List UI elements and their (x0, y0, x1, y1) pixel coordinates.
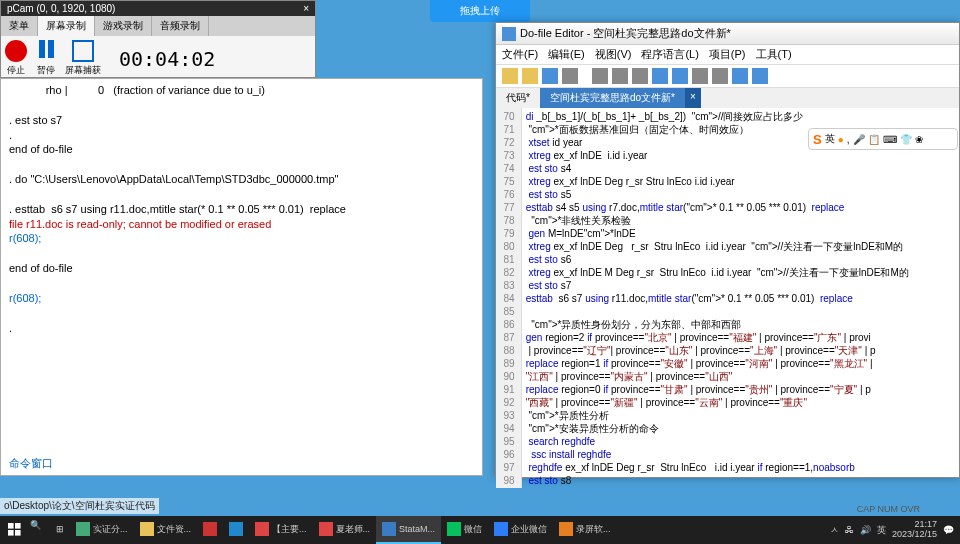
stata-results-window: rho | 0 (fraction of variance due to u_i… (0, 78, 483, 476)
pause-button[interactable]: 暂停 (35, 40, 57, 77)
sogou-logo-icon: S (813, 132, 822, 147)
run-selection-icon[interactable] (752, 68, 768, 84)
svg-rect-1 (15, 523, 21, 529)
cut-icon[interactable] (592, 68, 608, 84)
run-icon[interactable] (732, 68, 748, 84)
dofile-menubar: 文件(F) 编辑(E) 视图(V) 程序语言(L) 项目(P) 工具(T) (496, 45, 959, 65)
menu-lang[interactable]: 程序语言(L) (641, 47, 698, 62)
indent-icon[interactable] (712, 68, 728, 84)
tray-volume-icon[interactable]: 🔊 (860, 525, 871, 535)
system-tray: ㅅ 🖧 🔊 英 21:172023/12/15 💬 (824, 520, 960, 540)
pcam-window: pCam (0, 0, 1920, 1080)× 菜单 屏幕录制 游戏录制 音频… (0, 0, 316, 78)
command-window-label: 命令窗口 (9, 456, 53, 471)
tab-code[interactable]: 代码* (496, 88, 540, 108)
pcam-titlebar[interactable]: pCam (0, 0, 1920, 1080)× (1, 1, 315, 16)
menu-tools[interactable]: 工具(T) (756, 47, 792, 62)
dofile-editor-window: Do-file Editor - 空间杜宾完整思路do文件新* 文件(F) 编辑… (495, 22, 960, 478)
pcam-tabs: 菜单 屏幕录制 游戏录制 音频录制 (1, 16, 315, 36)
pause-icon (35, 40, 57, 62)
stop-button[interactable]: 停止 (5, 40, 27, 77)
taskbar-item[interactable]: 微信 (441, 516, 488, 544)
bookmark-icon[interactable] (692, 68, 708, 84)
capture-button[interactable]: 屏幕捕获 (65, 40, 101, 77)
search-icon[interactable]: 🔍 (30, 520, 50, 540)
taskbar-item[interactable]: 【主要... (249, 516, 313, 544)
taskbar-item[interactable]: 实证分... (70, 516, 134, 544)
svg-rect-2 (8, 530, 14, 536)
taskbar-item[interactable]: 企业微信 (488, 516, 553, 544)
print-icon[interactable] (562, 68, 578, 84)
undo-icon[interactable] (652, 68, 668, 84)
tab-audio-record[interactable]: 音频录制 (152, 16, 209, 36)
tab-menu[interactable]: 菜单 (1, 16, 38, 36)
dofile-icon (502, 27, 516, 41)
tab-screen-record[interactable]: 屏幕录制 (38, 16, 95, 36)
close-icon[interactable]: × (303, 3, 309, 14)
taskbar-item[interactable]: 文件资... (134, 516, 198, 544)
dofile-code-area[interactable]: 7071727374757677787980818283848586878889… (496, 108, 959, 488)
taskbar-item[interactable] (197, 516, 223, 544)
taskbar-item[interactable]: 夏老师... (313, 516, 377, 544)
new-icon[interactable] (502, 68, 518, 84)
menu-edit[interactable]: 编辑(E) (548, 47, 585, 62)
open-icon[interactable] (522, 68, 538, 84)
taskbar-item[interactable]: 录屏软... (553, 516, 617, 544)
tray-expand-icon[interactable]: ㅅ (830, 524, 839, 537)
tab-close-icon[interactable]: × (685, 88, 701, 108)
save-icon[interactable] (542, 68, 558, 84)
timer-display: 00:04:02 (119, 47, 215, 71)
copy-icon[interactable] (612, 68, 628, 84)
taskbar-clock[interactable]: 21:172023/12/15 (892, 520, 937, 540)
desktop-path-label: o\Desktop\论文\空间杜宾实证代码 (0, 498, 159, 514)
notification-icon[interactable]: 💬 (943, 525, 954, 535)
dofile-toolbar (496, 65, 959, 88)
stata-output[interactable]: rho | 0 (fraction of variance due to u_i… (1, 79, 482, 339)
tray-network-icon[interactable]: 🖧 (845, 525, 854, 535)
taskbar-item[interactable] (223, 516, 249, 544)
baidu-upload-tab[interactable]: 拖拽上传 (430, 0, 530, 22)
redo-icon[interactable] (672, 68, 688, 84)
menu-view[interactable]: 视图(V) (595, 47, 632, 62)
record-icon (5, 40, 27, 62)
task-view-icon[interactable]: ⊞ (50, 516, 70, 544)
tray-ime[interactable]: 英 (877, 524, 886, 537)
sogou-ime-bar[interactable]: S 英 ●,🎤📋⌨👕❀ (808, 128, 958, 150)
tab-game-record[interactable]: 游戏录制 (95, 16, 152, 36)
windows-taskbar: 🔍 ⊞ 实证分...文件资...【主要...夏老师...StataM...微信企… (0, 516, 960, 544)
taskbar-item[interactable]: StataM... (376, 516, 441, 544)
tab-spatial-durbin[interactable]: 空间杜宾完整思路do文件新* (540, 88, 685, 108)
start-button[interactable] (0, 516, 30, 544)
dofile-tabs: 代码* 空间杜宾完整思路do文件新* × (496, 88, 959, 108)
menu-file[interactable]: 文件(F) (502, 47, 538, 62)
capture-icon (72, 40, 94, 62)
ime-lang[interactable]: 英 (825, 132, 835, 146)
status-indicators: CAP NUM OVR (857, 504, 920, 514)
line-gutter: 7071727374757677787980818283848586878889… (496, 108, 522, 488)
paste-icon[interactable] (632, 68, 648, 84)
menu-project[interactable]: 项目(P) (709, 47, 746, 62)
code-text[interactable]: di _b[_bs_1]/(_b[_bs_1]+ _b[_bs_2]) "cm"… (522, 108, 959, 488)
svg-rect-0 (8, 523, 14, 529)
svg-rect-3 (15, 530, 21, 536)
dofile-titlebar[interactable]: Do-file Editor - 空间杜宾完整思路do文件新* (496, 23, 959, 45)
